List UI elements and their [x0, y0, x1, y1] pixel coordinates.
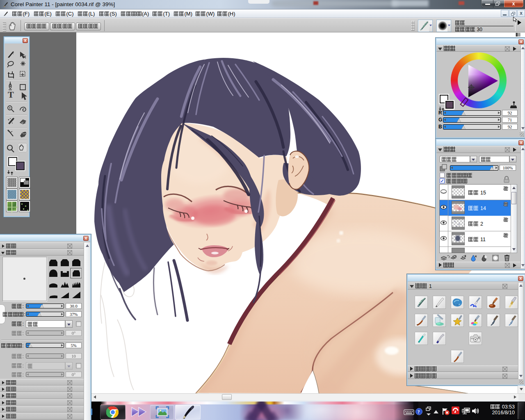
svg-text:T: T — [8, 89, 14, 100]
svg-text:?: ? — [418, 409, 420, 415]
